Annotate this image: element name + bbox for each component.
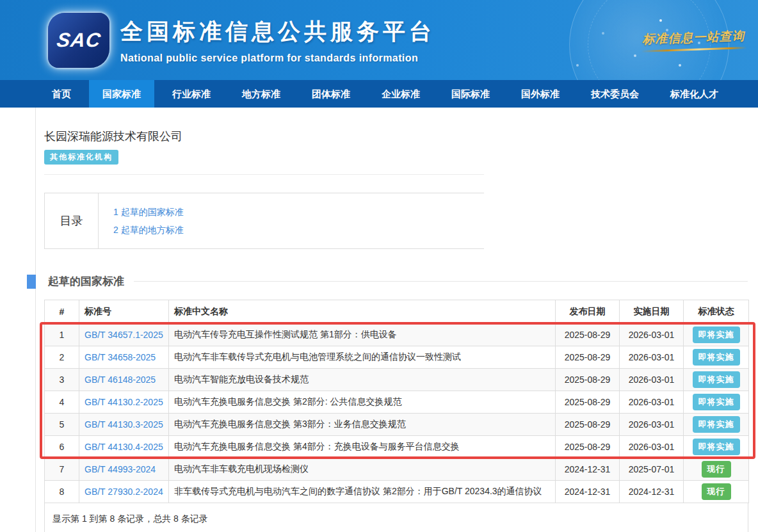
section-line <box>134 281 748 282</box>
implement-date-cell: 2026-03-01 <box>620 414 684 436</box>
column-header-3: 标准中文名称 <box>169 300 556 324</box>
standard-name-cell: 电动汽车充换电服务信息交换 第3部分：业务信息交换规范 <box>169 414 556 436</box>
status-badge: 即将实施 <box>693 439 740 455</box>
publish-date-cell: 2025-08-29 <box>556 414 620 436</box>
std-no-cell: GB/T 44993-2024 <box>79 458 169 481</box>
nav-item-8[interactable]: 国外标准 <box>508 80 573 108</box>
status-cell: 即将实施 <box>684 346 749 369</box>
row-index: 1 <box>45 324 79 346</box>
standard-number-link[interactable]: GB/T 34658-2025 <box>85 352 156 362</box>
nav-item-5[interactable]: 团体标准 <box>298 80 364 108</box>
row-index: 7 <box>45 458 79 481</box>
nav-item-4[interactable]: 地方标准 <box>229 80 294 108</box>
status-badge: 即将实施 <box>693 326 740 343</box>
publish-date-cell: 2025-08-29 <box>556 436 620 458</box>
status-badge: 即将实施 <box>693 416 740 433</box>
row-index: 8 <box>45 481 79 503</box>
status-cell: 现行 <box>684 458 749 481</box>
records-summary: 显示第 1 到第 8 条记录，总共 8 条记录 <box>44 503 748 532</box>
std-no-cell: GB/T 44130.4-2025 <box>79 436 169 458</box>
standard-name-cell: 电动汽车非车载传导式充电机与电池管理系统之间的通信协议一致性测试 <box>169 346 556 369</box>
table-row: 4GB/T 44130.2-2025电动汽车充换电服务信息交换 第2部分: 公共… <box>45 391 749 414</box>
std-no-cell: GB/T 46148-2025 <box>79 369 169 391</box>
table-row: 7GB/T 44993-2024电动汽车非车载充电机现场检测仪2024-12-3… <box>45 458 749 481</box>
sac-logo[interactable]: SAC <box>48 13 109 68</box>
nav-item-1[interactable]: 首页 <box>38 80 85 108</box>
header-slogan: 标准信息一站查询 <box>640 28 746 52</box>
implement-date-cell: 2026-03-01 <box>620 369 684 391</box>
row-index: 4 <box>45 391 79 414</box>
table-header-row: #标准号标准中文名称发布日期实施日期标准状态 <box>45 300 749 324</box>
standard-number-link[interactable]: GB/T 44130.4-2025 <box>85 442 163 452</box>
standard-name-cell: 电动汽车非车载充电机现场检测仪 <box>169 458 556 481</box>
publish-date-cell: 2025-08-29 <box>556 346 620 369</box>
toc-box: 目录 1 起草的国家标准2 起草的地方标准 <box>44 193 484 249</box>
toc-links: 1 起草的国家标准2 起草的地方标准 <box>99 193 184 248</box>
site-header: SAC 全国标准信息公共服务平台 National public service… <box>0 0 758 80</box>
dots-decoration <box>659 19 662 22</box>
std-no-cell: GB/T 44130.2-2025 <box>79 391 169 414</box>
column-header-5: 实施日期 <box>620 300 684 324</box>
standard-name-cell: 电动汽车充换电服务信息交换 第2部分: 公共信息交换规范 <box>169 391 556 414</box>
implement-date-cell: 2026-03-01 <box>620 436 684 458</box>
publish-date-cell: 2025-08-29 <box>556 369 620 391</box>
publish-date-cell: 2024-12-31 <box>556 458 620 481</box>
header-titles: 全国标准信息公共服务平台 National public service pla… <box>120 17 435 64</box>
table-row: 2GB/T 34658-2025电动汽车非车载传导式充电机与电池管理系统之间的通… <box>45 346 749 369</box>
section-header: 起草的国家标准 <box>44 274 758 289</box>
header-slogan-text: 标准信息一站查询 <box>640 28 746 48</box>
std-no-cell: GB/T 34658-2025 <box>79 346 169 369</box>
column-header-2: 标准号 <box>79 300 169 324</box>
nav-item-10[interactable]: 标准化人才 <box>657 80 732 108</box>
publish-date-cell: 2025-08-29 <box>556 391 620 414</box>
table-row: 3GB/T 46148-2025电动汽车智能充放电设备技术规范2025-08-2… <box>45 369 749 391</box>
standard-number-link[interactable]: GB/T 44993-2024 <box>85 464 156 474</box>
implement-date-cell: 2026-03-01 <box>620 391 684 414</box>
publish-date-cell: 2024-12-31 <box>556 481 620 503</box>
section-marker <box>27 275 36 289</box>
table-row: 5GB/T 44130.3-2025电动汽车充换电服务信息交换 第3部分：业务信… <box>45 414 749 436</box>
standard-name-cell: 非车载传导式充电机与电动汽车之间的数字通信协议 第2部分：用于GB/T 2023… <box>169 481 556 503</box>
site-title: 全国标准信息公共服务平台 <box>120 17 435 47</box>
company-type-badge: 其他标准化机构 <box>44 150 118 165</box>
status-badge: 现行 <box>702 461 731 478</box>
standards-table-panel: #标准号标准中文名称发布日期实施日期标准状态 1GB/T 34657.1-202… <box>44 300 748 532</box>
toc-link-2[interactable]: 2 起草的地方标准 <box>113 221 184 239</box>
row-index: 6 <box>45 436 79 458</box>
standard-number-link[interactable]: GB/T 44130.3-2025 <box>85 419 163 430</box>
main-nav: 首页国家标准行业标准地方标准团体标准企业标准国际标准国外标准技术委员会标准化人才 <box>0 80 758 108</box>
status-cell: 即将实施 <box>684 324 749 346</box>
sac-logo-text: SAC <box>55 29 102 52</box>
status-cell: 即将实施 <box>684 414 749 436</box>
standards-table: #标准号标准中文名称发布日期实施日期标准状态 1GB/T 34657.1-202… <box>44 300 749 503</box>
standard-number-link[interactable]: GB/T 46148-2025 <box>85 375 156 385</box>
nav-item-6[interactable]: 企业标准 <box>368 80 433 108</box>
nav-item-2[interactable]: 国家标准 <box>89 80 154 108</box>
standard-number-link[interactable]: GB/T 34657.1-2025 <box>85 330 163 340</box>
table-row: 6GB/T 44130.4-2025电动汽车充换电服务信息交换 第4部分：充换电… <box>45 436 749 458</box>
row-index: 3 <box>45 369 79 391</box>
std-no-cell: GB/T 44130.3-2025 <box>79 414 169 436</box>
section-title: 起草的国家标准 <box>48 274 124 289</box>
toc-link-1[interactable]: 1 起草的国家标准 <box>113 203 184 221</box>
standard-name-cell: 电动汽车智能充放电设备技术规范 <box>169 369 556 391</box>
status-cell: 即将实施 <box>684 436 749 458</box>
nav-item-9[interactable]: 技术委员会 <box>577 80 652 108</box>
std-no-cell: GB/T 27930.2-2024 <box>79 481 169 503</box>
nav-item-7[interactable]: 国际标准 <box>438 80 503 108</box>
column-header-6: 标准状态 <box>684 300 749 324</box>
standard-number-link[interactable]: GB/T 27930.2-2024 <box>85 487 163 497</box>
standard-number-link[interactable]: GB/T 44130.2-2025 <box>85 397 163 407</box>
column-header-4: 发布日期 <box>556 300 620 324</box>
nav-item-3[interactable]: 行业标准 <box>159 80 224 108</box>
standard-name-cell: 电动汽车充换电服务信息交换 第4部分：充换电设备与服务平台信息交换 <box>169 436 556 458</box>
status-cell: 即将实施 <box>684 391 749 414</box>
implement-date-cell: 2025-07-01 <box>620 458 684 481</box>
column-header-1: # <box>45 300 79 324</box>
status-badge: 现行 <box>702 483 731 500</box>
content-container: 长园深瑞能源技术有限公司 其他标准化机构 目录 1 起草的国家标准2 起草的地方… <box>35 108 758 532</box>
divider <box>44 174 484 175</box>
status-badge: 即将实施 <box>693 394 740 410</box>
status-cell: 即将实施 <box>684 369 749 391</box>
site-subtitle: National public service platform for sta… <box>120 52 435 64</box>
